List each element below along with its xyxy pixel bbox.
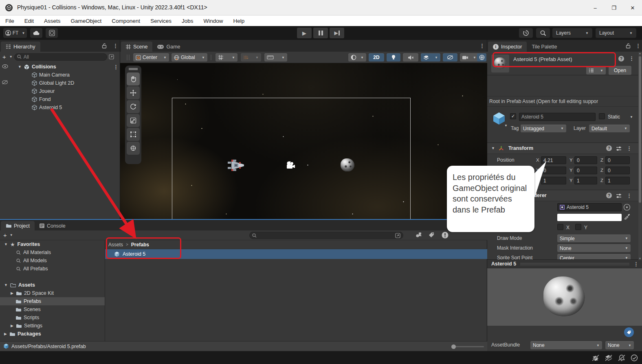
version-control-button[interactable] [46, 28, 58, 38]
preview-drag-handle[interactable] [520, 263, 629, 265]
mute-notifications-icon[interactable] [618, 354, 626, 362]
menu-file[interactable]: File [5, 18, 14, 24]
tab-tile-palette[interactable]: Tile Palette [527, 42, 562, 52]
static-checkbox[interactable] [599, 113, 605, 119]
scroll-down-icon[interactable]: ▼ [639, 257, 641, 260]
mute-layers-icon[interactable] [605, 354, 613, 362]
preset-icon[interactable] [616, 193, 622, 198]
measure-tool-dropdown[interactable]: ▼ [264, 53, 287, 61]
transform-tool-button[interactable] [127, 142, 140, 155]
folder-settings[interactable]: ▶ Settings [0, 322, 105, 330]
grid-visibility-dropdown[interactable]: Y▼ [215, 53, 237, 61]
hierarchy-menu-icon[interactable]: ⋮ [113, 43, 118, 49]
assets-foldout[interactable]: ▼ Assets [0, 281, 105, 289]
global-search-button[interactable] [536, 28, 550, 38]
open-prefab-button[interactable]: Open [609, 66, 631, 75]
asteroid-sprite[interactable] [341, 158, 354, 171]
static-dropdown-icon[interactable]: ▼ [630, 115, 633, 119]
rotate-tool-button[interactable] [127, 100, 140, 113]
add-object-button[interactable]: + [2, 53, 6, 60]
position-y-field[interactable]: 0 [574, 156, 597, 164]
move-tool-button[interactable] [127, 86, 140, 99]
hierarchy-item-joueur[interactable]: Joueur [32, 87, 117, 95]
eyedropper-icon[interactable] [624, 213, 630, 219]
help-icon[interactable]: ? [606, 193, 612, 198]
scale-y-field[interactable]: 1 [574, 177, 597, 184]
scrollbar-thumb[interactable] [639, 56, 641, 203]
menu-jobs[interactable]: Jobs [182, 18, 193, 24]
scene-audio-mute-button[interactable] [403, 53, 418, 61]
help-icon[interactable]: ? [618, 56, 624, 61]
preset-icon[interactable] [616, 146, 622, 151]
rotation-z-field[interactable]: 0 [605, 167, 630, 174]
gameobject-name-field[interactable]: Asteroid 5 [519, 113, 596, 121]
scene-menu-icon[interactable]: ⋮ [113, 64, 119, 70]
folder-2d-space-kit[interactable]: ▶ 2D Space Kit [0, 289, 105, 297]
step-button[interactable]: ▶ [330, 28, 344, 38]
player-ship-sprite[interactable] [226, 158, 245, 173]
assetbundle-variant-dropdown[interactable]: None▼ [605, 341, 634, 349]
flip-x-checkbox[interactable] [557, 224, 563, 230]
component-menu-icon[interactable]: ⋮ [627, 145, 632, 151]
rotation-x-field[interactable]: 0 [541, 167, 566, 174]
hierarchy-item-asteroid5[interactable]: Asteroid 5 [32, 103, 117, 112]
tool-handle-pivot-dropdown[interactable]: Center▼ [133, 53, 169, 61]
breadcrumb-prefabs[interactable]: Prefabs [131, 242, 149, 248]
preview-header[interactable]: Asteroid 5 ⋮ [487, 259, 642, 268]
toolbar-grip[interactable] [127, 55, 128, 60]
layout-dropdown[interactable]: Layout▼ [596, 28, 636, 38]
hierarchy-item-main-camera[interactable]: Main Camera [32, 71, 117, 79]
inspector-menu-icon[interactable]: ⋮ [635, 43, 641, 49]
layer-dropdown[interactable]: Default▼ [589, 125, 630, 132]
hierarchy-item-global-light[interactable]: Global Light 2D [32, 79, 117, 87]
scene-menu-icon[interactable]: ⋮ [479, 43, 485, 49]
properties-list-dropdown[interactable]: ▼ [586, 66, 606, 75]
pause-button[interactable] [313, 28, 328, 38]
rect-tool-button[interactable] [127, 128, 140, 141]
folder-prefabs-selected[interactable]: Prefabs [0, 297, 105, 305]
menu-assets[interactable]: Assets [44, 18, 61, 24]
scroll-up-icon[interactable]: ▲ [639, 52, 641, 55]
preview-menu-icon[interactable]: ⋮ [633, 261, 639, 267]
scale-tool-button[interactable] [127, 114, 140, 127]
hidden-eye-slash-icon[interactable] [2, 80, 8, 85]
inspector-scrollbar[interactable]: ▲ ▼ [638, 52, 642, 260]
active-checkbox[interactable]: ✓ [510, 113, 516, 119]
hierarchy-item-fond[interactable]: Fond [32, 95, 117, 103]
add-asset-button[interactable]: +▼ [3, 232, 13, 239]
menu-window[interactable]: Window [203, 18, 223, 24]
tab-project[interactable]: Project [1, 221, 35, 230]
asset-labels-button[interactable] [624, 327, 634, 337]
lock-icon[interactable] [102, 43, 107, 48]
color-swatch[interactable] [557, 214, 622, 221]
prefab-expand-icon[interactable]: ▼ [504, 124, 508, 127]
undo-history-button[interactable] [519, 28, 533, 38]
expand-search-icon[interactable] [109, 54, 114, 59]
assetbundle-dropdown[interactable]: None▼ [530, 341, 602, 349]
foldout-arrow-icon[interactable]: ▼ [491, 146, 495, 150]
search-by-type-icon[interactable] [416, 232, 422, 238]
object-picker-icon[interactable] [623, 204, 631, 211]
packages-foldout[interactable]: ▶ Packages [0, 330, 105, 338]
close-button[interactable]: ✕ [623, 0, 642, 15]
favorite-all-models[interactable]: All Models [0, 257, 105, 265]
tool-handle-rotation-dropdown[interactable]: Global▼ [171, 53, 207, 61]
foldout-arrow-icon[interactable]: ▼ [18, 65, 22, 69]
sprite-sort-point-dropdown[interactable]: Center▼ [557, 254, 631, 259]
tab-console[interactable]: Console [35, 221, 70, 230]
overlay-drag-handle[interactable] [129, 68, 138, 70]
camera-gizmo-icon[interactable] [286, 161, 296, 171]
menu-gameobject[interactable]: GameObject [71, 18, 102, 24]
header-menu-icon[interactable]: ⋮ [629, 55, 634, 61]
hidden-packages-icon[interactable] [442, 232, 449, 239]
scene-row-collisions[interactable]: ▼ Collisions ⋮ [16, 63, 120, 71]
hierarchy-search-input[interactable]: All [14, 53, 107, 61]
scene-camera-dropdown[interactable]: ▼ [460, 53, 479, 61]
folder-scenes[interactable]: Scenes [0, 305, 105, 314]
scale-x-field[interactable]: 1 [541, 177, 566, 184]
mask-interaction-dropdown[interactable]: None▼ [557, 244, 631, 252]
expand-search-icon[interactable] [395, 233, 400, 238]
tag-dropdown[interactable]: Untagged▼ [521, 125, 566, 132]
maximize-button[interactable]: ❐ [605, 0, 623, 15]
favorites-foldout[interactable]: ▼ ★ Favorites [0, 240, 105, 248]
